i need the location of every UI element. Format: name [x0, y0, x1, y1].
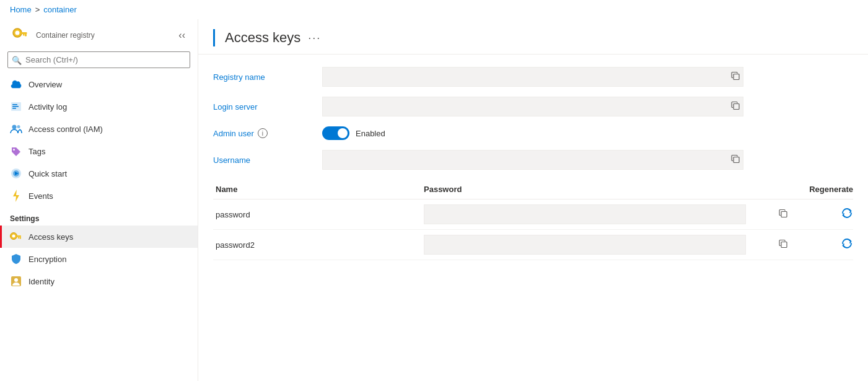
svg-rect-26: [781, 212, 787, 217]
admin-user-toggle[interactable]: [322, 126, 349, 140]
registry-name-row: Registry name: [213, 67, 853, 87]
username-row: Username: [213, 150, 853, 170]
svg-point-22: [14, 278, 18, 282]
login-server-input-wrap: [322, 97, 743, 116]
sidebar-item-tags[interactable]: Tags: [0, 140, 198, 162]
username-input-wrap: [322, 150, 743, 170]
collapse-sidebar-button[interactable]: ‹‹: [176, 27, 188, 43]
main-content: Access keys ··· Registry name Login serv…: [198, 19, 868, 381]
admin-user-row: Admin user i Enabled: [213, 126, 853, 140]
table-header: Name Password Regenerate: [213, 180, 853, 199]
breadcrumb-current[interactable]: container: [43, 5, 76, 14]
login-server-input[interactable]: [322, 97, 743, 116]
sidebar-item-access-keys-label: Access keys: [28, 232, 73, 242]
page-title: Access keys: [225, 30, 300, 46]
username-label: Username: [213, 155, 312, 165]
page-header: Access keys ···: [198, 19, 868, 55]
col-header-regenerate: Regenerate: [791, 185, 853, 194]
svg-point-17: [12, 235, 15, 238]
sidebar-item-events-label: Events: [28, 191, 53, 201]
password2-regenerate-button[interactable]: [841, 237, 853, 253]
password2-input-wrap: [424, 235, 791, 255]
password2-row-value-wrap: [424, 235, 791, 255]
password-input[interactable]: [424, 204, 746, 224]
login-server-row: Login server: [213, 97, 853, 116]
col-header-password: Password: [424, 185, 791, 194]
admin-user-toggle-wrap: Enabled: [322, 126, 385, 140]
password-copy-button[interactable]: [779, 209, 787, 220]
title-bar-accent: [213, 29, 215, 46]
password2-row-name: password2: [213, 240, 424, 250]
password-table: Name Password Regenerate password: [213, 180, 853, 260]
toggle-knob: [338, 128, 348, 138]
svg-rect-18: [16, 235, 21, 237]
content-area: Registry name Login server: [198, 55, 868, 273]
password-regen-cell: [791, 207, 853, 222]
svg-marker-15: [13, 190, 19, 202]
settings-section-label: Settings: [0, 207, 198, 226]
breadcrumb-home[interactable]: Home: [10, 5, 32, 14]
password-row-name: password: [213, 210, 424, 219]
sidebar-item-quick-start[interactable]: Quick start: [0, 162, 198, 185]
svg-point-10: [17, 125, 20, 128]
svg-point-1: [15, 31, 20, 35]
table-row: password2: [213, 230, 853, 260]
sidebar-item-activity-log[interactable]: Activity log: [0, 95, 198, 118]
registry-name-input[interactable]: [322, 67, 743, 87]
registry-name-label: Registry name: [213, 72, 312, 82]
quick-start-icon: [10, 167, 22, 180]
svg-point-11: [13, 149, 15, 151]
more-options-button[interactable]: ···: [308, 32, 321, 45]
sidebar-item-access-keys[interactable]: Access keys: [0, 226, 198, 248]
col-header-name: Name: [213, 185, 424, 194]
breadcrumb-separator: >: [35, 5, 40, 14]
cloud-icon: [10, 78, 22, 90]
sidebar-item-iam-label: Access control (IAM): [28, 125, 103, 134]
sidebar-item-access-control[interactable]: Access control (IAM): [0, 118, 198, 140]
admin-user-label: Admin user: [213, 129, 254, 138]
registry-name-copy-button[interactable]: [731, 72, 740, 82]
sidebar-item-encryption[interactable]: Encryption: [0, 248, 198, 270]
svg-rect-6: [12, 104, 17, 105]
resource-type-label: Container registry: [36, 31, 95, 40]
svg-rect-2: [21, 32, 27, 34]
svg-rect-3: [25, 34, 27, 37]
resource-icon: [10, 25, 30, 45]
admin-user-label-wrap: Admin user i: [213, 128, 312, 138]
sidebar-item-overview-label: Overview: [28, 80, 62, 89]
svg-rect-19: [20, 237, 22, 239]
sidebar-search-wrap: 🔍: [7, 51, 190, 68]
search-icon: 🔍: [12, 55, 22, 64]
sidebar-item-identity-label: Identity: [28, 277, 55, 286]
lightning-icon: [10, 190, 22, 202]
sidebar-item-quick-start-label: Quick start: [28, 169, 67, 178]
username-copy-button[interactable]: [731, 155, 740, 165]
breadcrumb: Home > container: [0, 0, 868, 19]
shield-icon: [10, 253, 22, 265]
password-regenerate-button[interactable]: [841, 207, 853, 222]
sidebar-item-events[interactable]: Events: [0, 185, 198, 207]
people-icon: [10, 123, 22, 135]
admin-user-status: Enabled: [356, 129, 385, 138]
sidebar-item-identity[interactable]: Identity: [0, 270, 198, 292]
identity-icon: [10, 275, 22, 287]
svg-rect-7: [12, 106, 19, 107]
tag-icon: [10, 145, 22, 157]
password2-input[interactable]: [424, 235, 746, 255]
search-input[interactable]: [7, 51, 190, 68]
login-server-label: Login server: [213, 102, 312, 112]
password-input-wrap: [424, 204, 791, 224]
registry-name-input-wrap: [322, 67, 743, 87]
svg-rect-4: [23, 34, 25, 36]
svg-rect-24: [734, 104, 739, 110]
sidebar-item-overview[interactable]: Overview: [0, 73, 198, 95]
svg-rect-25: [734, 157, 739, 163]
password2-copy-button[interactable]: [779, 240, 787, 250]
access-keys-icon: [10, 230, 22, 243]
admin-user-info-icon[interactable]: i: [258, 128, 268, 138]
table-row: password: [213, 199, 853, 230]
login-server-copy-button[interactable]: [731, 102, 740, 112]
sidebar: Container registry ‹‹ 🔍 Overview: [0, 19, 198, 381]
svg-rect-20: [18, 237, 19, 239]
username-input[interactable]: [322, 150, 743, 170]
